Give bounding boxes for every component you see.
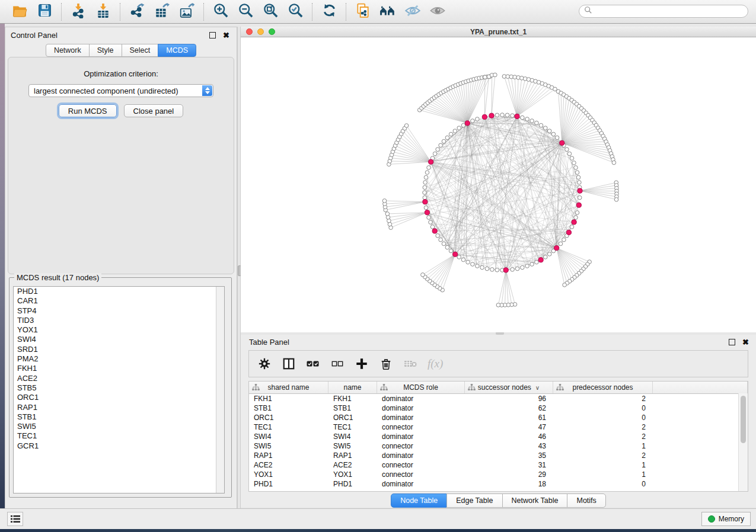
zoom-in-button[interactable]	[208, 2, 233, 22]
tab-select[interactable]: Select	[122, 44, 159, 57]
add-column-icon[interactable]	[355, 357, 369, 371]
settings-gear-icon[interactable]	[257, 357, 272, 371]
table-cell: 1	[553, 441, 653, 451]
result-node-item[interactable]: TID3	[14, 316, 224, 325]
show-all-button[interactable]	[425, 2, 450, 22]
column-header-name[interactable]: name	[328, 382, 377, 393]
criterion-selected-value: largest connected component (undirected)	[29, 86, 178, 95]
table-row[interactable]: ORC1ORC1dominator610	[249, 413, 748, 422]
result-node-item[interactable]: STB1	[14, 412, 224, 422]
select-all-icon[interactable]	[306, 357, 320, 371]
export-table-button[interactable]	[149, 2, 174, 22]
import-network-button[interactable]	[66, 2, 91, 22]
deselect-all-icon[interactable]	[330, 357, 344, 371]
scrollbar-thumb[interactable]	[741, 396, 746, 443]
criterion-select[interactable]: largest connected component (undirected)	[28, 84, 213, 97]
table-cell: 1	[553, 470, 653, 479]
close-window-icon[interactable]	[246, 28, 253, 35]
tab-network[interactable]: Network	[46, 44, 90, 57]
table-cell: RAP1	[328, 451, 377, 460]
memory-button[interactable]: Memory	[701, 512, 751, 526]
tab-motifs[interactable]: Motifs	[567, 493, 605, 508]
zoom-selected-button[interactable]	[283, 2, 308, 22]
column-header-predecessor-nodes[interactable]: predecessor nodes	[553, 382, 653, 393]
result-node-item[interactable]: STP4	[14, 306, 224, 316]
result-node-item[interactable]: GCR1	[14, 441, 224, 451]
tab-node-table[interactable]: Node Table	[391, 493, 447, 508]
float-window-icon[interactable]	[729, 339, 735, 345]
column-header-mcds-role[interactable]: MCDS role	[377, 382, 465, 393]
mcds-result-list[interactable]: PHD1CAR1STP4TID3YOX1SWI4SRD1PMA2FKH1ACE2…	[13, 286, 225, 493]
search-box[interactable]	[579, 5, 748, 18]
result-node-item[interactable]: CAR1	[14, 296, 224, 306]
result-node-item[interactable]: SWI5	[14, 422, 224, 431]
run-mcds-button[interactable]: Run MCDS	[59, 104, 117, 117]
tab-edge-table[interactable]: Edge Table	[446, 493, 502, 508]
save-floppy-icon	[37, 3, 52, 20]
network-window-titlebar[interactable]: YPA_prune.txt_1	[241, 27, 756, 37]
table-row[interactable]: RAP1RAP1dominator352	[249, 451, 748, 460]
result-node-item[interactable]: PMA2	[14, 354, 224, 364]
main-toolbar	[0, 0, 756, 24]
table-cell: 2	[553, 394, 653, 403]
table-row[interactable]: PHD1PHD1dominator180	[249, 479, 748, 489]
result-node-item[interactable]: TEC1	[14, 431, 224, 441]
close-panel-button[interactable]: Close panel	[124, 104, 184, 117]
eye-slash-icon	[404, 2, 421, 21]
zoom-fit-button[interactable]	[258, 2, 283, 22]
first-neighbors-button[interactable]	[375, 2, 400, 22]
result-node-item[interactable]: YOX1	[14, 325, 224, 335]
column-header-successor-nodes[interactable]: successor nodes∨	[465, 382, 553, 393]
node-table[interactable]: shared namenameMCDS rolesuccessor nodes∨…	[248, 381, 748, 492]
table-cell: ORC1	[249, 413, 328, 422]
minimize-window-icon[interactable]	[257, 28, 264, 35]
result-list-scrollbar[interactable]	[216, 287, 224, 493]
table-row[interactable]: STB1STB1dominator620	[249, 403, 748, 413]
table-row[interactable]: YOX1YOX1connector291	[249, 470, 748, 479]
table-cell: 18	[465, 479, 553, 489]
maximize-window-icon[interactable]	[269, 28, 275, 35]
task-history-button[interactable]	[7, 512, 23, 526]
close-panel-icon[interactable]: ✖	[223, 33, 229, 38]
result-node-item[interactable]: STB5	[14, 383, 224, 393]
save-session-button[interactable]	[32, 2, 57, 22]
table-row[interactable]: SWI5SWI5connector431	[249, 441, 748, 451]
tab-mcds[interactable]: MCDS	[158, 44, 196, 57]
network-graph-canvas[interactable]	[241, 37, 756, 332]
result-node-item[interactable]: FKH1	[14, 364, 224, 373]
tab-style[interactable]: Style	[89, 44, 122, 57]
result-node-item[interactable]: ACE2	[14, 374, 224, 383]
toolbar-separator	[346, 3, 346, 21]
table-row[interactable]: FKH1FKH1dominator962	[249, 394, 748, 403]
table-cell: 31	[465, 460, 553, 470]
result-node-item[interactable]: ORC1	[14, 393, 224, 402]
table-scrollbar[interactable]	[738, 393, 748, 491]
result-node-item[interactable]: SWI4	[14, 335, 224, 344]
show-columns-icon[interactable]	[282, 357, 296, 371]
close-panel-icon[interactable]: ✖	[742, 339, 749, 345]
import-table-icon	[95, 3, 111, 21]
result-node-item[interactable]: SRD1	[14, 345, 224, 354]
clone-network-button[interactable]	[350, 2, 375, 22]
table-row[interactable]: ACE2ACE2connector311	[249, 460, 748, 470]
table-row[interactable]: SWI4SWI4dominator462	[249, 432, 748, 441]
table-row[interactable]: TEC1TEC1connector472	[249, 422, 748, 432]
table-cell: connector	[377, 441, 465, 451]
apply-layout-button[interactable]	[317, 2, 342, 22]
table-panel: Table Panel ✖ f(x) shared namenameMCDS r…	[241, 335, 756, 507]
open-file-button[interactable]	[7, 2, 32, 22]
result-node-item[interactable]: PHD1	[14, 287, 224, 296]
control-panel-title: Control Panel	[5, 31, 58, 40]
zoom-out-button[interactable]	[233, 2, 258, 22]
export-network-button[interactable]	[125, 2, 149, 22]
column-header-shared-name[interactable]: shared name	[249, 382, 328, 393]
export-image-button[interactable]	[174, 2, 199, 22]
hide-selected-button[interactable]	[400, 2, 425, 22]
import-table-button[interactable]	[91, 2, 116, 22]
result-node-item[interactable]: RAP1	[14, 403, 224, 412]
tab-network-table[interactable]: Network Table	[502, 493, 568, 508]
float-window-icon[interactable]	[209, 32, 216, 39]
table-cell: 62	[465, 403, 553, 413]
delete-column-icon[interactable]	[379, 357, 393, 371]
search-input[interactable]	[592, 7, 737, 16]
